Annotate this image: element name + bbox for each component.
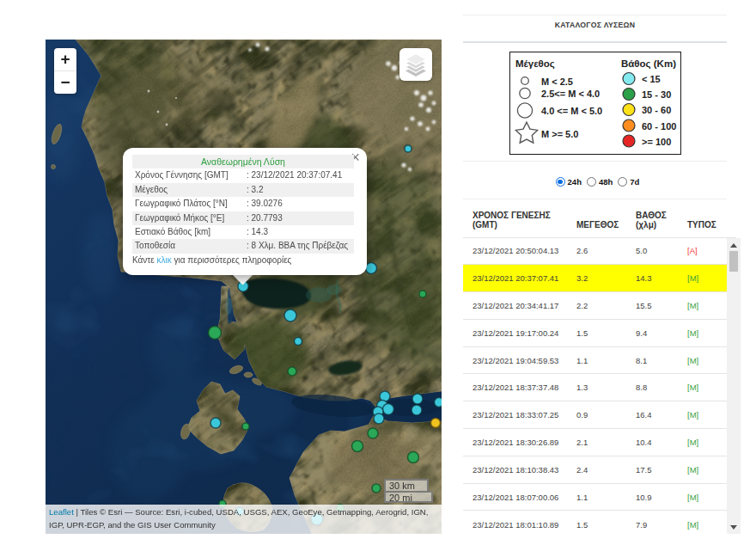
svg-text:M >= 5.0: M >= 5.0 — [541, 129, 578, 139]
svg-text:2.5<= M < 4.0: 2.5<= M < 4.0 — [541, 89, 600, 99]
svg-text:>= 100: >= 100 — [642, 137, 671, 147]
svg-text:15 - 30: 15 - 30 — [642, 89, 671, 100]
svg-text:Βάθος (Km): Βάθος (Km) — [621, 58, 676, 70]
svg-text:< 15: < 15 — [642, 74, 661, 84]
svg-text:60 - 100: 60 - 100 — [642, 121, 676, 132]
svg-text:Μέγεθος: Μέγεθος — [515, 58, 555, 70]
svg-text:30 - 60: 30 - 60 — [642, 105, 671, 115]
svg-text:4.0 <= M < 5.0: 4.0 <= M < 5.0 — [541, 106, 602, 116]
svg-text:M < 2.5: M < 2.5 — [541, 77, 573, 87]
